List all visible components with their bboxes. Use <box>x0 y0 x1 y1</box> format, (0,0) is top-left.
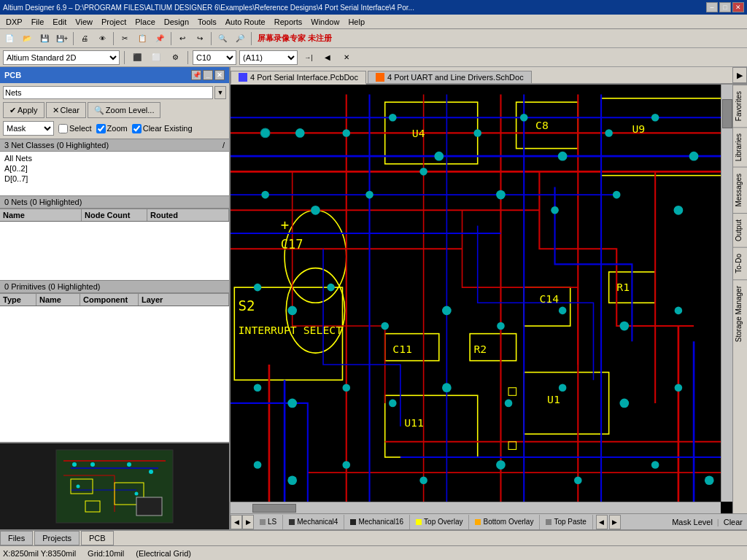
menu-item-place[interactable]: Place <box>131 16 160 28</box>
canvas-vertical-scrollbar[interactable] <box>721 85 732 502</box>
menu-item-auto-route[interactable]: Auto Route <box>221 16 270 28</box>
mask-area: Mask Level | Clear <box>667 518 747 526</box>
canvas-horizontal-scrollbar[interactable] <box>231 502 721 513</box>
menu-item-dxp[interactable]: DXP <box>1 16 27 28</box>
filter-input[interactable] <box>3 86 213 99</box>
net-class-item[interactable]: D[0..7] <box>1 174 228 184</box>
prev-button[interactable]: ◀ <box>320 50 336 66</box>
tb-btn-a[interactable]: ⬛ <box>129 50 145 66</box>
sidebar-tab-todo[interactable]: To-Do <box>733 247 748 279</box>
zoom-in-button[interactable]: 🔍 <box>214 31 231 47</box>
menu-item-file[interactable]: File <box>27 16 49 28</box>
next-button[interactable]: ✕ <box>338 50 355 66</box>
menu-item-view[interactable]: View <box>71 16 97 28</box>
sidebar-tab-output[interactable]: Output <box>733 213 748 247</box>
layer-tab-mech16[interactable]: Mechanical16 <box>344 515 410 529</box>
menu-item-project[interactable]: Project <box>97 16 131 28</box>
layer-clear-label[interactable]: Clear <box>724 518 743 526</box>
menu-item-help[interactable]: Help <box>344 16 369 28</box>
redo-button[interactable]: ↪ <box>192 31 208 47</box>
tab-pcb[interactable]: 4 Port Serial Interface.PcbDoc <box>231 71 366 85</box>
clear-existing-checkbox[interactable] <box>132 124 142 133</box>
open-button[interactable]: 📂 <box>19 31 35 47</box>
close-button[interactable]: ✕ <box>732 2 744 12</box>
layer-tab-top-overlay[interactable]: Top Overlay <box>410 515 469 529</box>
right-sidebar: Favorites Libraries Messages Output To-D… <box>732 85 747 513</box>
doc-tabs: 4 Port Serial Interface.PcbDoc 4 Port UA… <box>231 67 747 85</box>
layer-tab-bottom-overlay[interactable]: Bottom Overlay <box>469 515 540 529</box>
save-button[interactable]: 💾 <box>36 31 53 47</box>
status-mode: (Electrical Grid) <box>136 549 191 558</box>
separator-2 <box>113 32 114 45</box>
sidebar-tab-messages[interactable]: Messages <box>733 167 748 213</box>
menu-item-window[interactable]: Window <box>306 16 344 28</box>
layer-scroll-next[interactable]: ▶ <box>609 515 621 529</box>
menu-item-edit[interactable]: Edit <box>48 16 71 28</box>
component-select[interactable]: C10 <box>193 50 236 65</box>
clear-button[interactable]: ✕ Clear <box>46 102 86 118</box>
tab-sch[interactable]: 4 Port UART and Line Drivers.SchDoc <box>368 71 532 83</box>
jump-button[interactable]: →| <box>301 50 317 66</box>
svg-point-67 <box>619 399 629 408</box>
tab-scroll-right[interactable]: ▶ <box>732 67 747 83</box>
interrupt-label: INTERRUPT SELECT <box>239 324 343 336</box>
bottom-tab-projects[interactable]: Projects <box>34 531 80 545</box>
zoom-checkbox-label[interactable]: Zoom <box>96 124 128 133</box>
menu-item-tools[interactable]: Tools <box>193 16 221 28</box>
tb-btn-b[interactable]: ⬜ <box>148 50 164 66</box>
separator-4 <box>211 32 212 45</box>
nets-col-routed: Routed <box>147 209 229 221</box>
print-preview-button[interactable]: 👁 <box>94 31 110 47</box>
sidebar-tab-libraries[interactable]: Libraries <box>733 127 748 167</box>
save-all-button[interactable]: 💾+ <box>54 31 70 47</box>
clear-existing-checkbox-label[interactable]: Clear Existing <box>132 124 193 133</box>
layer-tab-ls[interactable]: LS <box>254 515 283 529</box>
new-button[interactable]: 📄 <box>1 31 18 47</box>
mask-select[interactable]: Mask <box>3 121 54 136</box>
select-checkbox[interactable] <box>58 124 68 133</box>
minimize-button[interactable]: – <box>706 2 718 12</box>
c11-label: C11 <box>392 343 412 355</box>
pcb-panel-title: PCB <box>4 71 21 79</box>
net-class-item[interactable]: All Nets <box>1 153 228 163</box>
paste-button[interactable]: 📌 <box>152 31 168 47</box>
zoom-checkbox[interactable] <box>96 124 106 133</box>
panel-close-button[interactable]: ✕ <box>214 70 225 80</box>
sidebar-tab-storage[interactable]: Storage Manager <box>733 279 748 348</box>
zoom-out-button[interactable]: 🔎 <box>232 31 248 47</box>
menu-item-design[interactable]: Design <box>160 16 193 28</box>
menu-item-reports[interactable]: Reports <box>270 16 307 28</box>
bottom-tab-pcb[interactable]: PCB <box>81 531 114 545</box>
zoom-level-button[interactable]: 🔍 Zoom Level... <box>88 102 161 118</box>
apply-button[interactable]: ✔ Apply <box>3 102 44 118</box>
net-select[interactable]: (A11) <box>239 50 298 65</box>
window-controls: – □ ✕ <box>706 2 744 12</box>
apply-icon: ✔ <box>9 106 16 115</box>
layer-tab-mech4[interactable]: Mechanical4 <box>283 515 344 529</box>
undo-button[interactable]: ↩ <box>174 31 190 47</box>
panel-minimize-button[interactable]: _ <box>203 70 213 80</box>
maximize-button[interactable]: □ <box>719 2 731 12</box>
status-grid: Grid:10mil <box>88 549 124 558</box>
select-checkbox-label[interactable]: Select <box>58 124 92 133</box>
bottom-tab-files[interactable]: Files <box>0 531 33 545</box>
sidebar-tab-favorites[interactable]: Favorites <box>733 85 748 127</box>
net-classes-list: All NetsA[0..2]D[0..7] <box>0 152 229 195</box>
print-button[interactable]: 🖨 <box>77 31 93 47</box>
panel-pin-button[interactable]: 📌 <box>191 70 201 80</box>
cut-button[interactable]: ✂ <box>117 31 133 47</box>
top-paste-label: Top Paste <box>554 518 586 526</box>
layer-select[interactable]: Altium Standard 2D <box>3 50 120 65</box>
layer-tab-top-paste[interactable]: Top Paste <box>540 515 592 529</box>
nets-col-name: Name <box>0 209 82 221</box>
primitives-section: 0 Primitives (0 Highlighted) Type Name C… <box>0 280 229 442</box>
filter-dropdown-button[interactable]: ▼ <box>214 86 226 99</box>
copy-button[interactable]: 📋 <box>134 31 150 47</box>
net-class-item[interactable]: A[0..2] <box>1 163 228 174</box>
layer-nav-right[interactable]: ▶ <box>242 515 254 529</box>
tb-btn-c[interactable]: ⚙ <box>167 50 183 66</box>
layer-nav-left[interactable]: ◀ <box>231 515 242 529</box>
svg-point-55 <box>442 306 452 316</box>
layer-scroll-prev[interactable]: ◀ <box>596 515 608 529</box>
pcb-canvas[interactable]: U4 C8 U9 C17 + S2 INTERRUPT SELECT C14 R… <box>231 85 732 513</box>
